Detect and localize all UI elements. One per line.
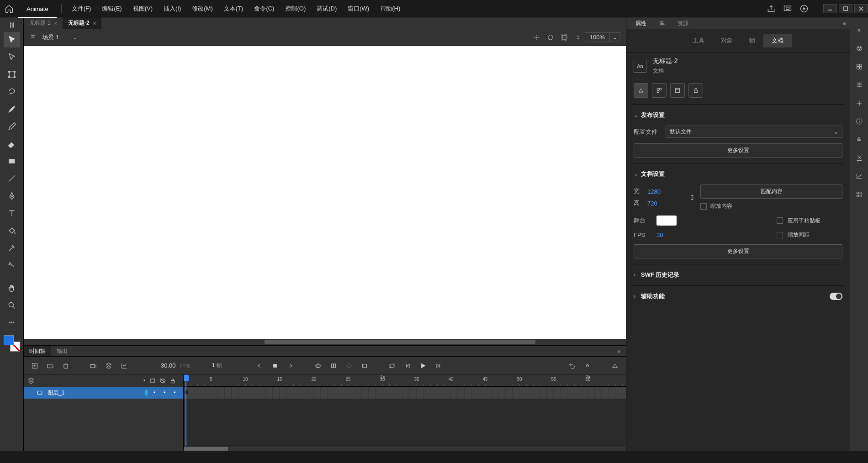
menu-view[interactable]: 视图(V) (127, 0, 158, 17)
layer-visibility-dot[interactable]: • (159, 389, 169, 396)
doc-mode-4-icon[interactable] (688, 83, 703, 98)
subtab-object[interactable]: 对象 (713, 34, 741, 47)
timeline-hscroll[interactable] (184, 446, 626, 451)
layer-highlight-dot[interactable]: • (149, 389, 159, 396)
zoom-updown-icon[interactable] (571, 31, 585, 44)
close-icon[interactable]: × (93, 21, 96, 26)
timeline-tracks[interactable]: 510152025303540455055601s2s (184, 375, 626, 451)
next-icon[interactable] (284, 359, 297, 372)
more-docset-button[interactable]: 更多设置 (634, 244, 842, 258)
stage-hscroll[interactable] (24, 339, 626, 345)
transform-panel-icon[interactable] (852, 94, 866, 112)
fps-value[interactable]: 30.00 (161, 362, 176, 369)
timeline-ruler[interactable]: 510152025303540455055601s2s (184, 375, 626, 387)
swatches-panel-icon[interactable] (852, 58, 866, 76)
subtab-tool[interactable]: 工具 (684, 34, 713, 47)
menu-commands[interactable]: 命令(C) (249, 0, 280, 17)
align-panel-icon[interactable] (852, 76, 866, 94)
fill-swatch[interactable] (4, 335, 14, 345)
subtab-document[interactable]: 文档 (763, 34, 792, 47)
subtab-frame[interactable]: 帧 (741, 34, 763, 47)
menu-insert[interactable]: 插入(I) (158, 0, 186, 17)
tool-subselection[interactable] (4, 49, 20, 65)
panel-menu-icon[interactable]: ≡ (839, 17, 850, 29)
share-icon[interactable] (763, 0, 779, 17)
zoom-timeline-icon[interactable] (609, 359, 621, 372)
insert-keyframe-icon[interactable] (343, 359, 355, 372)
chevron-down-icon[interactable]: ⌄ (73, 34, 77, 41)
tab-assets[interactable]: 资源 (671, 17, 695, 29)
menu-edit[interactable]: 编辑(E) (96, 0, 127, 17)
match-content-button[interactable]: 匹配内容 (700, 184, 842, 199)
color-swatches[interactable] (4, 335, 20, 352)
outline-icon[interactable] (149, 378, 159, 384)
tab-library[interactable]: 库 (653, 17, 671, 29)
rotate-icon[interactable] (544, 31, 557, 44)
info-panel-icon[interactable] (852, 112, 866, 131)
menu-debug[interactable]: 调试(D) (311, 0, 342, 17)
layer-row[interactable]: 图层_1 • • • (24, 387, 183, 399)
doc-mode-1-icon[interactable] (634, 83, 648, 98)
components-panel-icon[interactable] (852, 185, 866, 204)
clip-icon[interactable] (557, 31, 571, 44)
play-icon[interactable] (417, 359, 429, 372)
screen-icon[interactable] (779, 0, 796, 17)
section-publish[interactable]: ⌄ 发布设置 (632, 107, 844, 123)
timeline-track-row[interactable] (184, 387, 626, 399)
add-layer-icon[interactable] (28, 359, 41, 372)
section-swf[interactable]: › SWF 历史记录 (632, 267, 844, 283)
color-panel-icon[interactable] (852, 39, 866, 58)
menu-modify[interactable]: 修改(M) (186, 0, 218, 17)
window-close[interactable] (854, 4, 868, 13)
chevron-down-icon[interactable]: ⌄ (609, 33, 620, 42)
layers-icon[interactable] (27, 377, 37, 384)
onion-edit-icon[interactable] (327, 359, 340, 372)
play-test-icon[interactable] (796, 0, 812, 17)
menu-help[interactable]: 帮助(H) (375, 0, 406, 17)
doc-fps[interactable]: 30 (656, 232, 663, 238)
visibility-icon[interactable] (159, 378, 169, 384)
undo-icon[interactable] (566, 359, 578, 372)
library-panel-icon[interactable] (852, 131, 866, 149)
stage-area[interactable] (24, 46, 626, 345)
stop-icon[interactable] (269, 359, 281, 372)
a11y-toggle[interactable] (830, 293, 842, 300)
section-docset[interactable]: ⌄ 文档设置 (632, 166, 844, 182)
zoom-select[interactable]: 100% ⌄ (585, 32, 620, 42)
graph-icon[interactable] (118, 359, 131, 372)
history-panel-icon[interactable] (852, 149, 866, 167)
tool-more[interactable]: ••• (4, 315, 20, 331)
menu-file[interactable]: 文件(F) (66, 0, 97, 17)
tool-paint-bucket[interactable] (4, 223, 20, 238)
tab-timeline[interactable]: 时间轴 (24, 346, 51, 356)
current-frame[interactable]: 1 (212, 362, 215, 368)
tool-eyedropper[interactable] (4, 240, 20, 256)
chart-panel-icon[interactable] (852, 167, 866, 185)
tool-line[interactable] (4, 171, 20, 186)
collapse-icon[interactable] (0, 19, 23, 31)
doc-width[interactable]: 1280 (647, 188, 661, 195)
playhead[interactable] (185, 375, 186, 451)
tab-output[interactable]: 输出 (51, 346, 73, 356)
tool-free-transform[interactable] (4, 67, 20, 82)
layer-name[interactable]: 图层_1 (48, 389, 145, 397)
center-stage-icon[interactable] (530, 31, 544, 44)
profile-select[interactable]: 默认文件 ⌄ (666, 126, 842, 138)
scene-label[interactable]: 场景 1 (42, 33, 59, 42)
tool-lasso[interactable] (4, 84, 20, 100)
scale-content-checkbox[interactable] (700, 203, 707, 210)
tab-properties[interactable]: 属性 (629, 17, 653, 29)
tool-zoom[interactable] (4, 298, 20, 313)
tool-brush[interactable] (4, 101, 20, 117)
menu-window[interactable]: 窗口(W) (342, 0, 375, 17)
doc-mode-2-icon[interactable] (652, 83, 667, 98)
doc-tab-1[interactable]: 无标题-1 × (24, 17, 63, 29)
loop-icon[interactable] (386, 359, 398, 372)
prev-icon[interactable] (253, 359, 266, 372)
close-icon[interactable]: × (54, 21, 57, 26)
tool-rectangle[interactable] (4, 153, 20, 169)
apply-paste-checkbox[interactable] (777, 217, 783, 224)
tool-eraser[interactable] (4, 136, 20, 152)
scene-icon[interactable] (29, 34, 37, 41)
window-minimize[interactable] (823, 4, 837, 13)
